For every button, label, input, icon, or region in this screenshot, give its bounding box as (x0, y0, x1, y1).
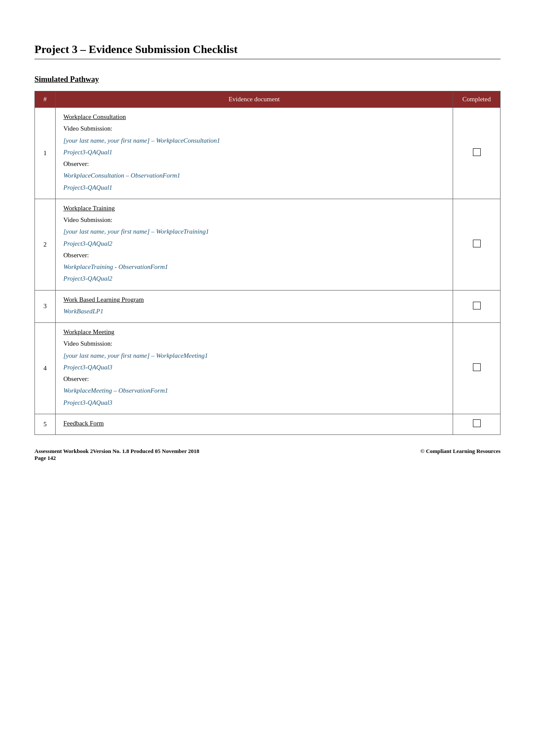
evidence-line: [your last name, your first name] – Work… (63, 227, 445, 237)
evidence-italic-blue: Project3-QAQual3 (63, 364, 113, 371)
footer-left: Assessment Workbook 2Version No. 1.8 Pro… (34, 448, 199, 462)
evidence-line: Video Submission: (63, 124, 445, 134)
col-header-evidence: Evidence document (56, 91, 453, 108)
row-number: 3 (35, 290, 56, 323)
evidence-italic-blue: Project3-QAQual3 (63, 399, 113, 406)
evidence-line: Project3-QAQual2 (63, 239, 445, 249)
table-header: # Evidence document Completed (35, 91, 501, 108)
evidence-italic-blue: Project3-QAQual2 (63, 275, 113, 282)
col-header-num: # (35, 91, 56, 108)
evidence-italic-blue: WorkBasedLP1 (63, 308, 103, 315)
table-row: 4Workplace MeetingVideo Submission:[your… (35, 323, 501, 414)
evidence-line: Video Submission: (63, 215, 445, 225)
row-evidence: Workplace TrainingVideo Submission:[your… (56, 199, 453, 290)
footer-left-line2: Page 142 (34, 455, 199, 462)
table-row: 3Work Based Learning ProgramWorkBasedLP1 (35, 290, 501, 323)
row-evidence: Workplace ConsultationVideo Submission:[… (56, 108, 453, 199)
evidence-italic-blue: WorkplaceConsultation – ObservationForm1 (63, 172, 180, 179)
evidence-line: Project3-QAQual1 (63, 183, 445, 193)
table-row: 5Feedback Form (35, 414, 501, 434)
evidence-line: Feedback Form (63, 419, 445, 428)
evidence-line: WorkplaceTraining - ObservationForm1 (63, 262, 445, 272)
footer-right-line2: © Compliant Learning Resources (420, 448, 501, 455)
section-title: Simulated Pathway (34, 75, 501, 84)
table-body: 1Workplace ConsultationVideo Submission:… (35, 108, 501, 435)
footer-right: © Compliant Learning Resources (420, 448, 501, 462)
evidence-link[interactable]: Workplace Meeting (63, 328, 114, 335)
row-evidence: Work Based Learning ProgramWorkBasedLP1 (56, 290, 453, 323)
checkbox[interactable] (473, 302, 481, 309)
footer: Assessment Workbook 2Version No. 1.8 Pro… (34, 448, 501, 462)
evidence-italic-blue: [your last name, your first name] – Work… (63, 228, 209, 235)
evidence-line: Observer: (63, 250, 445, 260)
evidence-link[interactable]: Work Based Learning Program (63, 296, 144, 303)
row-number: 4 (35, 323, 56, 414)
evidence-line: Workplace Training (63, 203, 445, 213)
evidence-line: WorkBasedLP1 (63, 306, 445, 316)
evidence-italic-blue: Project3-QAQual1 (63, 149, 113, 156)
table-row: 1Workplace ConsultationVideo Submission:… (35, 108, 501, 199)
evidence-line: [your last name, your first name] – Work… (63, 136, 445, 146)
evidence-line: Work Based Learning Program (63, 295, 445, 305)
evidence-line: WorkplaceConsultation – ObservationForm1 (63, 171, 445, 181)
evidence-line: Project3-QAQual3 (63, 398, 445, 408)
row-number: 1 (35, 108, 56, 199)
row-completed (453, 108, 501, 199)
checkbox[interactable] (473, 363, 481, 371)
evidence-line: Project3-QAQual2 (63, 274, 445, 284)
row-number: 2 (35, 199, 56, 290)
evidence-line: Video Submission: (63, 339, 445, 349)
row-evidence: Feedback Form (56, 414, 453, 434)
table-row: 2Workplace TrainingVideo Submission:[you… (35, 199, 501, 290)
checkbox[interactable] (473, 419, 481, 427)
evidence-link[interactable]: Workplace Training (63, 205, 115, 212)
checkbox[interactable] (473, 148, 481, 156)
row-completed (453, 414, 501, 434)
evidence-table: # Evidence document Completed 1Workplace… (34, 91, 501, 435)
footer-left-line1: Assessment Workbook 2Version No. 1.8 Pro… (34, 448, 199, 455)
evidence-line: Observer: (63, 159, 445, 169)
row-evidence: Workplace MeetingVideo Submission:[your … (56, 323, 453, 414)
evidence-italic-blue: [your last name, your first name] – Work… (63, 352, 208, 359)
evidence-link[interactable]: Feedback Form (63, 420, 104, 427)
row-completed (453, 199, 501, 290)
evidence-line: WorkplaceMeeting – ObservationForm1 (63, 386, 445, 396)
page-title: Project 3 – Evidence Submission Checklis… (34, 43, 501, 59)
evidence-italic-blue: Project3-QAQual2 (63, 240, 113, 247)
row-number: 5 (35, 414, 56, 434)
evidence-line: Project3-QAQual1 (63, 147, 445, 157)
evidence-italic-blue: WorkplaceMeeting – ObservationForm1 (63, 387, 168, 394)
evidence-line: Project3-QAQual3 (63, 362, 445, 372)
row-completed (453, 290, 501, 323)
evidence-link[interactable]: Workplace Consultation (63, 113, 126, 120)
checkbox[interactable] (473, 240, 481, 247)
evidence-line: Workplace Consultation (63, 112, 445, 122)
evidence-italic-blue: Project3-QAQual1 (63, 184, 113, 191)
evidence-italic-blue: [your last name, your first name] – Work… (63, 137, 220, 144)
evidence-line: Workplace Meeting (63, 327, 445, 337)
col-header-completed: Completed (453, 91, 501, 108)
evidence-line: Observer: (63, 374, 445, 384)
evidence-italic-blue: WorkplaceTraining - ObservationForm1 (63, 263, 168, 270)
row-completed (453, 323, 501, 414)
evidence-line: [your last name, your first name] – Work… (63, 351, 445, 361)
